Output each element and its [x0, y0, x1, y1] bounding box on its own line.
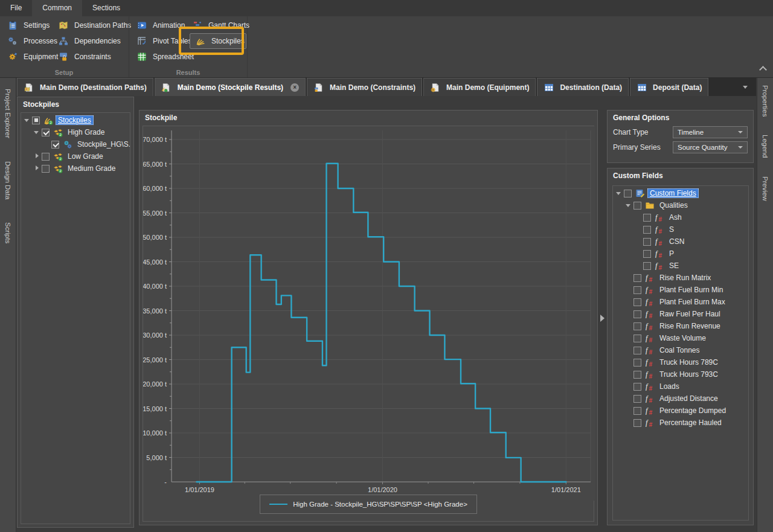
tree-item-label[interactable]: Medium Grade — [65, 164, 118, 173]
tree-item-medium-grade[interactable]: 2Medium Grade — [21, 162, 130, 175]
tree-item-label[interactable]: Ash — [667, 213, 684, 222]
ribbon-collapse-icon[interactable] — [759, 66, 767, 74]
document-tab-main-demo-stockpile-results[interactable]: Main Demo (Stockpile Results)× — [155, 78, 306, 96]
checkbox-unchecked[interactable] — [633, 371, 641, 379]
chart-type-select[interactable]: Timeline — [673, 126, 748, 138]
tree-item-label[interactable]: Raw Fuel Per Haul — [657, 309, 723, 319]
tree-item-label[interactable]: SE — [667, 261, 681, 271]
chevron-down-icon[interactable] — [24, 117, 31, 124]
checkbox-unchecked[interactable] — [643, 250, 651, 258]
checkbox-unchecked[interactable] — [643, 262, 651, 270]
tree-item-label[interactable]: Stockpile_HG\S... — [75, 139, 130, 149]
ribbon-tab-common[interactable]: Common — [32, 0, 82, 16]
tree-item-percentage-dumped[interactable]: f#Percentage Dumped — [613, 405, 748, 417]
chevron-down-icon[interactable] — [625, 202, 632, 209]
checkbox-unchecked[interactable] — [633, 322, 641, 330]
checkbox-unchecked[interactable] — [633, 395, 641, 403]
tree-item-label[interactable]: P — [667, 249, 676, 258]
tree-item-label[interactable]: Custom Fields — [647, 188, 699, 198]
tree-item-label[interactable]: Truck Hours 793C — [657, 370, 720, 379]
ribbon-tab-file[interactable]: File — [0, 0, 32, 16]
ribbon-button-destination-paths[interactable]: Destination Paths — [56, 20, 132, 31]
checkbox-checked[interactable] — [42, 129, 50, 136]
document-tab-destination-data[interactable]: Destination (Data) — [537, 78, 629, 96]
tree-item-custom-fields[interactable]: Custom Fields — [613, 187, 748, 199]
tree-item-coal-tonnes[interactable]: f#Coal Tonnes — [613, 344, 748, 356]
checkbox-unchecked[interactable] — [643, 226, 651, 234]
ribbon-button-spreadsheet[interactable]: Spreadsheet — [134, 51, 190, 62]
ribbon-button-animation[interactable]: Animation — [134, 20, 190, 31]
tree-item-label[interactable]: Rise Run Revenue — [657, 321, 723, 331]
checkbox-unchecked[interactable] — [633, 359, 641, 367]
tree-item-csn[interactable]: f#CSN — [613, 236, 748, 248]
tree-item-raw-fuel-per-haul[interactable]: f#Raw Fuel Per Haul — [613, 308, 748, 320]
right-dock-tab-preview[interactable]: Preview — [762, 176, 769, 201]
checkbox-unchecked[interactable] — [643, 214, 651, 222]
right-dock-tab-properties[interactable]: Properties — [762, 85, 769, 117]
tree-item-rise-run-revenue[interactable]: f#Rise Run Revenue — [613, 320, 748, 332]
checkbox-unchecked[interactable] — [643, 238, 651, 246]
ribbon-tab-sections[interactable]: Sections — [82, 0, 130, 16]
tree-item-label[interactable]: Rise Run Matrix — [657, 273, 713, 283]
ribbon-button-settings[interactable]: Settings — [5, 20, 56, 31]
tree-item-truck-hours-789c[interactable]: f#Truck Hours 789C — [613, 356, 748, 368]
tree-item-p[interactable]: f#P — [613, 248, 748, 260]
tree-item-label[interactable]: Coal Tonnes — [657, 345, 702, 355]
tree-item-label[interactable]: Plant Fuel Burn Max — [657, 297, 728, 307]
ribbon-button-stockpiles[interactable]: Stockpiles — [190, 33, 246, 49]
ribbon-button-constraints[interactable]: Constraints — [56, 51, 132, 62]
tree-item-label[interactable]: Truck Hours 789C — [657, 357, 720, 367]
checkbox-unchecked[interactable] — [624, 190, 632, 197]
tree-item-low-grade[interactable]: 2Low Grade — [21, 150, 130, 162]
tree-item-label[interactable]: Plant Fuel Burn Min — [657, 285, 725, 295]
close-icon[interactable]: × — [290, 83, 299, 92]
chevron-down-icon[interactable] — [615, 190, 623, 197]
document-tab-deposit-data[interactable]: Deposit (Data) — [630, 78, 708, 96]
checkbox-checked[interactable] — [51, 141, 59, 149]
tree-item-ash[interactable]: f#Ash — [613, 211, 748, 223]
checkbox-unchecked[interactable] — [633, 274, 641, 282]
tree-item-se[interactable]: f#SE — [613, 260, 748, 272]
tree-item-label[interactable]: S — [667, 225, 676, 234]
checkbox-indeterminate[interactable] — [32, 117, 40, 124]
tree-item-adjusted-distance[interactable]: f#Adjusted Distance — [613, 393, 748, 405]
ribbon-button-equipment[interactable]: Equipment — [5, 51, 56, 62]
checkbox-unchecked[interactable] — [42, 165, 50, 173]
checkbox-unchecked[interactable] — [633, 347, 641, 354]
tree-item-plant-fuel-burn-max[interactable]: f#Plant Fuel Burn Max — [613, 296, 748, 308]
tree-item-label[interactable]: Waste Volume — [657, 333, 708, 343]
checkbox-unchecked[interactable] — [42, 153, 50, 161]
left-dock-tab-project-explorer[interactable]: Project Explorer — [4, 89, 11, 138]
tree-item-label[interactable]: CSN — [667, 237, 687, 246]
checkbox-unchecked[interactable] — [633, 298, 641, 306]
checkbox-unchecked[interactable] — [633, 310, 641, 318]
tree-item-stockpile-hg-s[interactable]: Stockpile_HG\S... — [21, 138, 130, 150]
tree-item-plant-fuel-burn-min[interactable]: f#Plant Fuel Burn Min — [613, 284, 748, 296]
document-tab-main-demo-destination-paths[interactable]: Main Demo (Destination Paths) — [17, 78, 153, 96]
tree-item-label[interactable]: Percentage Dumped — [657, 406, 728, 415]
checkbox-unchecked[interactable] — [633, 407, 641, 415]
panel-collapse-arrow[interactable] — [600, 315, 605, 322]
chevron-down-icon[interactable] — [33, 129, 40, 136]
tree-item-s[interactable]: f#S — [613, 223, 748, 236]
ribbon-button-processes[interactable]: Processes — [5, 36, 56, 46]
tree-item-high-grade[interactable]: 2High Grade — [21, 126, 130, 138]
document-tab-main-demo-constraints[interactable]: Main Demo (Constraints) — [307, 78, 422, 96]
right-dock-tab-legend[interactable]: Legend — [762, 135, 769, 158]
tree-item-truck-hours-793c[interactable]: f#Truck Hours 793C — [613, 368, 748, 380]
chevron-right-icon[interactable] — [33, 165, 40, 172]
left-dock-tab-scripts[interactable]: Scripts — [4, 222, 11, 243]
tree-item-label[interactable]: Adjusted Distance — [657, 394, 720, 403]
document-tab-main-demo-equipment[interactable]: Main Demo (Equipment) — [423, 78, 536, 96]
tree-item-stockpiles[interactable]: 2Stockpiles — [21, 114, 130, 126]
tree-item-waste-volume[interactable]: f#Waste Volume — [613, 332, 748, 344]
tree-item-qualities[interactable]: Qualities — [613, 199, 748, 211]
checkbox-unchecked[interactable] — [633, 335, 641, 342]
tree-item-label[interactable]: Qualities — [657, 200, 690, 210]
left-dock-tab-design-data[interactable]: Design Data — [4, 161, 11, 199]
tree-item-percentage-hauled[interactable]: f#Percentage Hauled — [613, 417, 748, 429]
primary-series-select[interactable]: Source Quantity — [673, 141, 748, 153]
tree-item-label[interactable]: High Grade — [65, 127, 107, 137]
tree-item-label[interactable]: Percentage Hauled — [657, 418, 724, 428]
chevron-right-icon[interactable] — [33, 153, 40, 160]
